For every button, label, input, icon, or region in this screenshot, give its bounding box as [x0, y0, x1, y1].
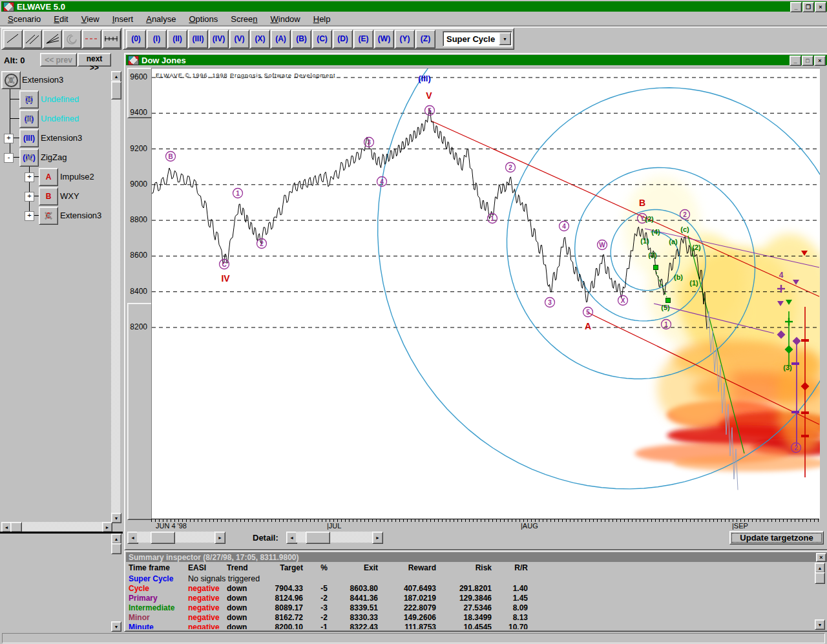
app-title-bar[interactable]: ELWAVE 5.0 _ ❐ ×: [1, 1, 827, 12]
wave-button-0[interactable]: (0): [126, 30, 146, 48]
wave-button-i[interactable]: (I): [147, 30, 167, 48]
degree-select[interactable]: Super Cycle▼: [443, 31, 512, 47]
y-axis[interactable]: 96009400920090008800860084008200: [127, 68, 151, 519]
target-cell: 8089.17: [259, 603, 303, 612]
update-targetzone-button[interactable]: Update targetzone: [729, 531, 824, 545]
inspector-title-bar[interactable]: Summary inspector (8/27/98, 17:05, 8311.…: [126, 552, 827, 562]
chart-close-button[interactable]: ×: [814, 56, 826, 66]
timeframe-cell: Super Cycle: [129, 574, 185, 583]
chart-minimize-button[interactable]: _: [790, 56, 801, 66]
tree-node-label[interactable]: Extension3: [41, 133, 82, 143]
detail-hscrollbar[interactable]: ◄ ►: [286, 532, 382, 543]
lower-vscrollbar[interactable]: ▲ ▼: [111, 534, 120, 630]
tree-node-label[interactable]: ZigZag: [41, 152, 67, 162]
scroll-up-icon[interactable]: ▲: [815, 563, 825, 573]
wave-button-z[interactable]: (Z): [415, 30, 435, 48]
scroll-up-icon[interactable]: ▲: [111, 534, 121, 544]
chart-title-bar[interactable]: Dow Jones _ □ ×: [126, 55, 827, 65]
menu-item-window[interactable]: Window: [264, 12, 306, 26]
menu-item-help[interactable]: Help: [307, 12, 337, 26]
scroll-right-icon[interactable]: ►: [372, 532, 383, 544]
y-axis-label-8400: 8400: [130, 287, 147, 296]
inspector-close-button[interactable]: ×: [816, 553, 826, 562]
tree-node-label[interactable]: Undefined: [41, 114, 79, 123]
wave-button-ii[interactable]: (II): [167, 30, 187, 48]
tree-node-label[interactable]: Extension3: [22, 75, 63, 85]
scroll-thumb[interactable]: [10, 522, 22, 532]
scroll-thumb[interactable]: [111, 81, 121, 99]
tree-node-label[interactable]: Extension3: [60, 211, 101, 220]
dashed-line-tool[interactable]: [82, 30, 101, 48]
wave-button-iv[interactable]: (IV): [209, 30, 229, 48]
wave-button-e[interactable]: (E): [353, 30, 373, 48]
menu-item-insert[interactable]: Insert: [106, 12, 140, 26]
trend-line-tool[interactable]: [3, 30, 23, 48]
tree-vscrollbar[interactable]: ▲ ▼: [111, 71, 120, 522]
scroll-right-icon[interactable]: ►: [102, 522, 112, 532]
chart-hscrollbar[interactable]: ◄ ►: [127, 532, 224, 543]
tree-node-icon-extension3[interactable]: (III): [19, 129, 39, 147]
wave-button-y[interactable]: (Y): [395, 30, 415, 48]
expand-icon[interactable]: +: [4, 134, 14, 143]
scroll-thumb[interactable]: [111, 543, 121, 554]
next-alternative-button[interactable]: next >>: [78, 53, 111, 67]
scroll-down-icon[interactable]: ▼: [815, 619, 825, 630]
square-marker: [654, 265, 658, 270]
tree-node-icon-extension3[interactable]: 0✕: [1, 71, 21, 89]
collapse-icon[interactable]: -: [4, 153, 14, 163]
expand-icon[interactable]: +: [25, 172, 34, 182]
wave-button-a[interactable]: (A): [271, 30, 291, 48]
wave-button-iii[interactable]: (III): [188, 30, 208, 48]
tree-node-icon-undefined[interactable]: (I)✕: [19, 90, 39, 109]
spiral-tool[interactable]: [63, 30, 82, 48]
parallel-lines-tool[interactable]: [23, 30, 43, 48]
wave-button-x[interactable]: (X): [250, 30, 270, 48]
dashed-icon: [84, 32, 99, 45]
app-close-button[interactable]: ×: [815, 2, 826, 12]
scroll-thumb[interactable]: [815, 572, 825, 584]
tree-hscrollbar[interactable]: ◄ ►: [1, 522, 111, 531]
wave-button-v[interactable]: (V): [229, 30, 249, 48]
prev-alternative-button[interactable]: << prev: [40, 53, 77, 67]
chevron-down-icon[interactable]: ▼: [499, 32, 511, 45]
scroll-down-icon[interactable]: ▼: [111, 513, 121, 523]
wave-label: B: [639, 198, 645, 208]
scroll-right-icon[interactable]: ►: [215, 532, 225, 544]
menu-item-analyse[interactable]: Analyse: [140, 12, 182, 26]
app-minimize-button[interactable]: _: [790, 2, 802, 12]
scroll-track[interactable]: [111, 80, 120, 513]
scroll-thumb[interactable]: [151, 532, 175, 544]
inspector-vscrollbar[interactable]: ▲ ▼: [815, 563, 824, 628]
tree-node-icon-impulse2[interactable]: A: [39, 168, 58, 186]
menu-item-scenario[interactable]: Scenario: [1, 12, 47, 26]
timeframe-cell: Intermediate: [129, 603, 185, 612]
menu-item-screen[interactable]: Screen: [224, 12, 264, 26]
tree-node-icon-extension3[interactable]: C✕: [39, 207, 58, 225]
tree-node-label[interactable]: Undefined: [41, 94, 79, 104]
tree-node-label[interactable]: WXY: [60, 191, 79, 201]
scroll-down-icon[interactable]: ▼: [111, 621, 121, 632]
tree-node-icon-zigzag[interactable]: (IV)✕: [19, 149, 39, 167]
y-axis-thumb-bottom[interactable]: [127, 303, 152, 520]
scroll-track[interactable]: [10, 522, 102, 531]
fan-lines-tool[interactable]: [43, 30, 62, 48]
wave-button-w[interactable]: (W): [374, 30, 394, 48]
chart-plot-area[interactable]: B1234C512345WXY212(III)VIVAB(1)(2)(3)(4)…: [151, 68, 820, 519]
measure-tool[interactable]: [102, 30, 121, 48]
tree-node-label[interactable]: Impulse2: [60, 172, 94, 182]
menu-item-edit[interactable]: Edit: [47, 12, 74, 26]
app-restore-button[interactable]: ❐: [802, 2, 814, 12]
chart-maximize-button[interactable]: □: [802, 56, 813, 66]
scroll-thumb[interactable]: [306, 532, 330, 544]
menu-item-options[interactable]: Options: [182, 12, 224, 26]
tree-node-icon-undefined[interactable]: (II)✕: [19, 110, 39, 128]
expand-icon[interactable]: +: [25, 192, 34, 202]
menu-item-view[interactable]: View: [75, 12, 106, 26]
wave-button-b[interactable]: (B): [291, 30, 311, 48]
wave-button-c[interactable]: (C): [312, 30, 332, 48]
cut-mark-icon: ✕: [20, 110, 38, 127]
tree-node-icon-wxy[interactable]: B: [39, 187, 58, 205]
expand-icon[interactable]: +: [25, 211, 34, 221]
scroll-track[interactable]: [137, 532, 215, 543]
wave-button-d[interactable]: (D): [333, 30, 353, 48]
